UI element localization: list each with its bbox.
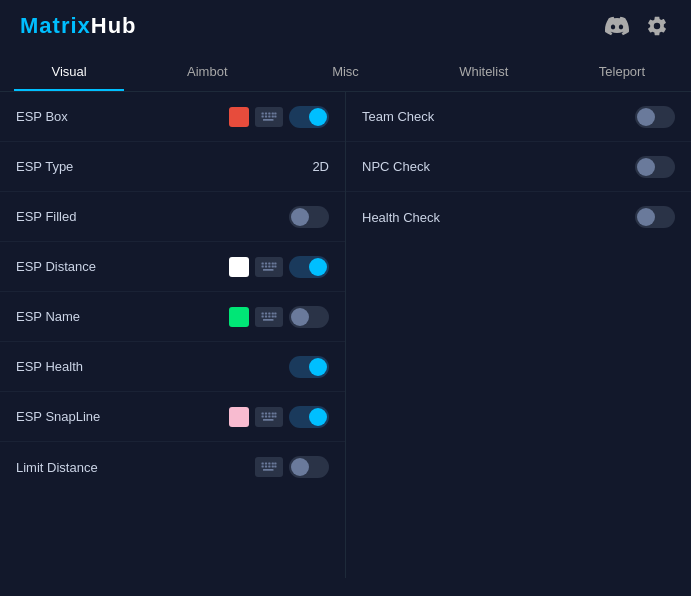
svg-rect-31: [265, 315, 267, 317]
svg-rect-6: [262, 115, 264, 117]
toggle[interactable]: [635, 106, 675, 128]
color-swatch-esp-box[interactable]: [229, 107, 249, 127]
keyboard-icon-esp-snapline[interactable]: [255, 407, 283, 427]
label-team-check: Team Check: [362, 109, 434, 124]
setting-row-esp-name: ESP Name: [0, 292, 345, 342]
svg-rect-45: [272, 415, 274, 417]
svg-rect-38: [265, 412, 267, 414]
color-swatch-esp-name[interactable]: [229, 307, 249, 327]
svg-rect-34: [274, 315, 276, 317]
svg-rect-5: [274, 112, 276, 114]
label-esp-filled: ESP Filled: [16, 209, 76, 224]
svg-rect-49: [262, 463, 264, 465]
label-esp-box: ESP Box: [16, 109, 68, 124]
setting-row-npc-check: NPC Check: [346, 142, 691, 192]
svg-rect-18: [262, 265, 264, 267]
svg-rect-29: [274, 312, 276, 314]
svg-rect-44: [268, 415, 270, 417]
controls-health-check: [635, 206, 675, 228]
controls-limit-distance: [255, 456, 329, 478]
logo-matrix: Matrix: [20, 13, 91, 38]
keyboard-icon-esp-name[interactable]: [255, 307, 283, 327]
setting-row-team-check: Team Check: [346, 92, 691, 142]
svg-rect-43: [265, 415, 267, 417]
svg-rect-16: [272, 262, 274, 264]
header-icons: [603, 12, 671, 40]
controls-esp-box: [229, 106, 329, 128]
svg-rect-25: [262, 312, 264, 314]
toggle[interactable]: [289, 256, 329, 278]
color-swatch-esp-snapline[interactable]: [229, 407, 249, 427]
panel-right: Team Check NPC Check Health Check: [346, 92, 691, 578]
svg-rect-39: [268, 412, 270, 414]
svg-rect-30: [262, 315, 264, 317]
svg-rect-53: [274, 463, 276, 465]
setting-row-limit-distance: Limit Distance: [0, 442, 345, 492]
label-npc-check: NPC Check: [362, 159, 430, 174]
svg-rect-8: [268, 115, 270, 117]
svg-rect-47: [263, 418, 274, 420]
controls-esp-name: [229, 306, 329, 328]
svg-rect-21: [272, 265, 274, 267]
svg-rect-56: [268, 466, 270, 468]
setting-row-esp-filled: ESP Filled: [0, 192, 345, 242]
svg-rect-3: [268, 112, 270, 114]
content-area: ESP Box ESP Type2DESP Filled ESP Distanc…: [0, 92, 691, 578]
tab-misc[interactable]: Misc: [276, 52, 414, 91]
svg-rect-33: [272, 315, 274, 317]
svg-rect-50: [265, 463, 267, 465]
svg-rect-59: [263, 469, 274, 471]
svg-rect-2: [265, 112, 267, 114]
tab-aimbot[interactable]: Aimbot: [138, 52, 276, 91]
svg-rect-9: [272, 115, 274, 117]
svg-rect-51: [268, 463, 270, 465]
tab-whitelist[interactable]: Whitelist: [415, 52, 553, 91]
keyboard-icon-esp-box[interactable]: [255, 107, 283, 127]
svg-rect-40: [272, 412, 274, 414]
logo: MatrixHub: [20, 13, 137, 39]
setting-row-esp-box: ESP Box: [0, 92, 345, 142]
discord-icon[interactable]: [603, 12, 631, 40]
label-esp-type: ESP Type: [16, 159, 73, 174]
label-health-check: Health Check: [362, 210, 440, 225]
label-esp-health: ESP Health: [16, 359, 83, 374]
toggle[interactable]: [289, 406, 329, 428]
tabs-bar: Visual Aimbot Misc Whitelist Teleport: [0, 52, 691, 92]
header: MatrixHub: [0, 0, 691, 52]
toggle[interactable]: [289, 456, 329, 478]
toggle[interactable]: [289, 356, 329, 378]
label-esp-snapline: ESP SnapLine: [16, 409, 100, 424]
svg-rect-46: [274, 415, 276, 417]
toggle[interactable]: [289, 206, 329, 228]
setting-row-esp-distance: ESP Distance: [0, 242, 345, 292]
setting-row-esp-type: ESP Type2D: [0, 142, 345, 192]
svg-rect-54: [262, 466, 264, 468]
toggle[interactable]: [635, 206, 675, 228]
toggle[interactable]: [289, 106, 329, 128]
svg-rect-52: [272, 463, 274, 465]
svg-rect-1: [262, 112, 264, 114]
settings-icon[interactable]: [643, 12, 671, 40]
svg-rect-23: [263, 268, 274, 270]
controls-npc-check: [635, 156, 675, 178]
svg-rect-37: [262, 412, 264, 414]
keyboard-icon-limit-distance[interactable]: [255, 457, 283, 477]
type-badge-esp-type[interactable]: 2D: [312, 159, 329, 174]
label-limit-distance: Limit Distance: [16, 460, 98, 475]
svg-rect-4: [272, 112, 274, 114]
svg-rect-26: [265, 312, 267, 314]
tab-teleport[interactable]: Teleport: [553, 52, 691, 91]
keyboard-icon-esp-distance[interactable]: [255, 257, 283, 277]
toggle[interactable]: [289, 306, 329, 328]
svg-rect-10: [274, 115, 276, 117]
svg-rect-15: [268, 262, 270, 264]
svg-rect-57: [272, 466, 274, 468]
svg-rect-7: [265, 115, 267, 117]
toggle[interactable]: [635, 156, 675, 178]
setting-row-esp-snapline: ESP SnapLine: [0, 392, 345, 442]
tab-visual[interactable]: Visual: [0, 52, 138, 91]
color-swatch-esp-distance[interactable]: [229, 257, 249, 277]
panel-left: ESP Box ESP Type2DESP Filled ESP Distanc…: [0, 92, 346, 578]
svg-rect-22: [274, 265, 276, 267]
setting-row-health-check: Health Check: [346, 192, 691, 242]
